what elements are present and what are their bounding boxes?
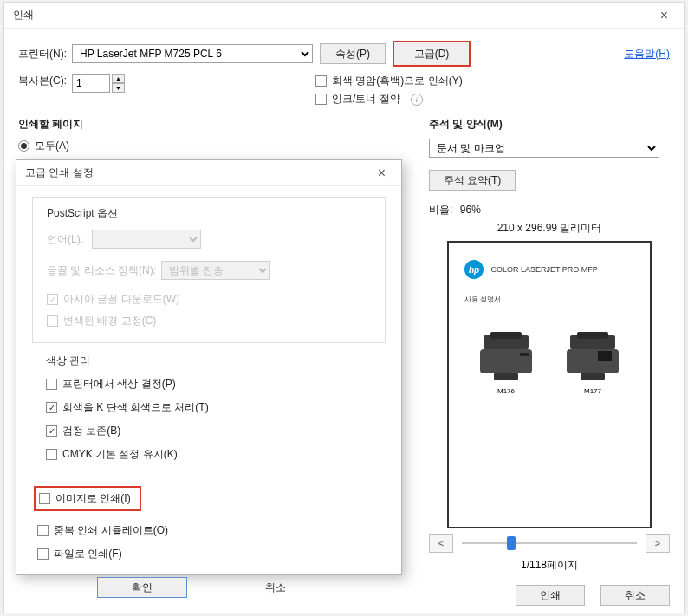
m176-label: M176 (497, 387, 515, 395)
dup-sim-checkbox[interactable] (37, 525, 49, 536)
svg-rect-8 (581, 373, 605, 380)
language-label: 언어(L): (47, 232, 92, 247)
svg-rect-9 (598, 351, 612, 361)
postscript-group-title: PostScript 옵션 (47, 206, 374, 221)
pages-title: 인쇄할 페이지 (18, 117, 410, 132)
printer-image-m176: M176 (471, 332, 541, 395)
scale-label: 비율: (429, 204, 452, 216)
bg-correct-checkbox (47, 315, 58, 327)
svg-rect-3 (494, 373, 518, 380)
hp-logo-icon: hp (464, 260, 484, 279)
scale-value: 96% (460, 204, 481, 216)
asia-fonts-checkbox (47, 294, 58, 305)
preview-subtitle: 사용 설명서 (464, 295, 634, 304)
cancel-button[interactable]: 취소 (600, 585, 670, 606)
form-select[interactable]: 문서 및 마크업 (429, 139, 659, 158)
printer-label: 프린터(N): (18, 47, 67, 62)
font-policy-label: 글꼴 및 리소스 정책(N): (47, 263, 156, 278)
page-next-button[interactable]: > (646, 534, 670, 553)
language-select (92, 230, 201, 249)
font-policy-select: 범위별 전송 (161, 261, 270, 280)
advanced-print-settings-dialog: 고급 인쇄 설정 × PostScript 옵션 언어(L): 글꼴 및 리소스… (16, 159, 402, 575)
color-mgmt-title: 색상 관리 (46, 353, 375, 368)
advanced-button[interactable]: 고급(D) (393, 41, 471, 67)
copies-input[interactable] (72, 74, 110, 93)
print-to-file-label: 파일로 인쇄(F) (54, 547, 122, 561)
modal-cancel-button[interactable]: 취소 (230, 577, 321, 598)
modal-ok-button[interactable]: 확인 (97, 577, 187, 598)
print-button[interactable]: 인쇄 (516, 585, 585, 606)
copies-label: 복사본(C): (18, 74, 67, 88)
black-preserve-label: 검정 보존(B) (62, 424, 120, 438)
black-preserve-checkbox[interactable] (46, 425, 57, 437)
svg-rect-4 (520, 353, 529, 356)
slider-thumb[interactable] (507, 536, 516, 550)
window-title: 인쇄 (13, 8, 34, 23)
print-preview: hp COLOR LASERJET PRO MFP 사용 설명서 (447, 241, 652, 528)
page-prev-button[interactable]: < (429, 534, 453, 553)
cmyk-default-checkbox[interactable] (46, 449, 57, 460)
annotation-summary-button[interactable]: 주석 요약(T) (429, 170, 516, 191)
printer-select[interactable]: HP LaserJet MFP M725 PCL 6 (72, 44, 313, 63)
ink-save-label: 잉크/토너 절약 (332, 92, 400, 107)
info-icon[interactable]: i (411, 94, 423, 106)
bg-correct-label: 변색된 배경 교정(C) (63, 314, 156, 328)
page-info: 1/118페이지 (429, 558, 670, 573)
print-to-file-checkbox[interactable] (37, 548, 49, 560)
modal-title: 고급 인쇄 설정 (25, 165, 94, 180)
printer-color-checkbox[interactable] (46, 379, 57, 390)
copies-spinner[interactable]: ▲ ▼ (112, 74, 125, 93)
paper-dims: 210 x 296.99 밀리미터 (429, 221, 670, 236)
spinner-down-icon[interactable]: ▼ (112, 83, 125, 93)
m177-label: M177 (584, 387, 601, 395)
properties-button[interactable]: 속성(P) (320, 43, 386, 64)
modal-close-icon[interactable]: × (371, 164, 393, 183)
spinner-up-icon[interactable]: ▲ (112, 74, 125, 83)
help-link[interactable]: 도움말(H) (624, 47, 670, 62)
page-slider[interactable] (462, 542, 637, 544)
postscript-group: PostScript 옵션 언어(L): 글꼴 및 리소스 정책(N): 범위별… (32, 197, 386, 343)
color-mgmt-group: 색상 관리 프린터에서 색상 결정(P) 회색을 K 단색 회색으로 처리(T)… (32, 353, 386, 476)
print-as-image-checkbox[interactable] (39, 493, 50, 504)
form-title: 주석 및 양식(M) (429, 117, 670, 132)
titlebar: 인쇄 × (4, 3, 684, 29)
asia-fonts-label: 아시아 글꼴 다운로드(W) (63, 292, 179, 307)
gray-k-checkbox[interactable] (46, 402, 57, 413)
dup-sim-label: 중복 인쇄 시뮬레이트(O) (54, 523, 168, 538)
grayscale-label: 회색 명암(흑백)으로 인쇄(Y) (332, 74, 463, 88)
svg-rect-1 (490, 332, 522, 339)
grayscale-checkbox[interactable] (315, 75, 327, 87)
close-icon[interactable]: × (653, 6, 675, 25)
preview-product: COLOR LASERJET PRO MFP (490, 265, 597, 274)
ink-save-checkbox[interactable] (315, 94, 327, 105)
pages-all-radio[interactable] (18, 140, 29, 152)
pages-all-label: 모두(A) (35, 139, 69, 153)
printer-image-m177: M177 (558, 332, 627, 395)
svg-rect-6 (577, 332, 608, 339)
cmyk-default-label: CMYK 기본 설정 유지(K) (62, 447, 178, 462)
printer-color-label: 프린터에서 색상 결정(P) (62, 377, 176, 392)
print-as-image-label: 이미지로 인쇄(I) (55, 491, 131, 506)
gray-k-label: 회색을 K 단색 회색으로 처리(T) (62, 400, 209, 415)
